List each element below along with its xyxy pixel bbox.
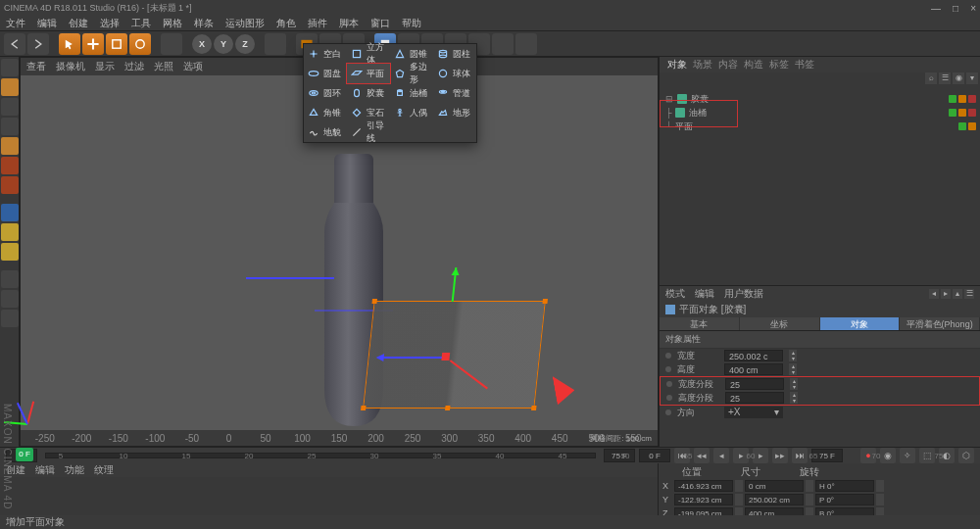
prim-pyramid[interactable]: 角锥: [304, 103, 347, 122]
attr-tab-phong[interactable]: 平滑着色(Phong): [900, 317, 980, 330]
om-eye-icon[interactable]: ◉: [953, 72, 964, 84]
right-panel-tabs: 对象 场景 内容 构造 标签 书签: [660, 57, 980, 72]
cur-frame[interactable]: 0 F: [639, 449, 670, 462]
center-handle[interactable]: [442, 353, 451, 361]
guide-line: [246, 277, 334, 279]
axis-mode[interactable]: [1, 204, 19, 221]
minimize-icon[interactable]: —: [931, 3, 941, 14]
y-axis-handle[interactable]: [452, 267, 458, 302]
prim-cube[interactable]: 立方体: [347, 44, 390, 64]
axis-plane-indicator: [553, 372, 577, 405]
prim-relief[interactable]: 地貌: [304, 122, 347, 142]
poly-mode[interactable]: [1, 176, 19, 194]
workplane-mode[interactable]: [1, 118, 19, 135]
z-axis-toggle[interactable]: Z: [235, 34, 255, 54]
mini-axis-gizmo: [26, 389, 62, 424]
prim-disc[interactable]: 圆盘: [304, 64, 347, 83]
menu-file[interactable]: 文件: [6, 17, 25, 30]
redo-button[interactable]: [27, 33, 49, 55]
texture-mode[interactable]: [1, 98, 19, 116]
attr-tab-coord[interactable]: 坐标: [740, 317, 820, 330]
attr-prev-icon[interactable]: ◂: [929, 289, 939, 299]
object-manager[interactable]: ⌕ ☰ ◉ ▾ ⊟胶囊 ├油桶 └平面: [660, 72, 980, 286]
prim-tube[interactable]: 管道: [433, 83, 476, 103]
svg-point-1: [136, 39, 144, 47]
soft-select[interactable]: [1, 270, 19, 288]
prim-cylinder[interactable]: 圆柱: [433, 44, 476, 64]
make-editable[interactable]: [1, 59, 19, 76]
viewport-solo[interactable]: [1, 310, 19, 327]
menu-script[interactable]: 脚本: [339, 17, 359, 30]
prev-key-icon[interactable]: ◂◂: [694, 448, 710, 463]
menu-tool[interactable]: 工具: [131, 17, 151, 30]
prim-capsule[interactable]: 胶囊: [347, 83, 390, 103]
prim-oiltank[interactable]: 油桶: [390, 83, 433, 103]
coord-system[interactable]: [265, 33, 286, 55]
goto-end-icon[interactable]: ⏭: [792, 448, 808, 463]
prim-sphere[interactable]: 球体: [433, 64, 476, 83]
menu-select[interactable]: 选择: [100, 17, 120, 30]
rotate-tool[interactable]: [129, 33, 151, 55]
menu-mesh[interactable]: 网格: [163, 17, 182, 30]
key-pos-icon[interactable]: ✧: [900, 448, 915, 463]
y-axis-toggle[interactable]: Y: [214, 34, 233, 54]
key-scale-icon[interactable]: ⬚: [919, 448, 935, 463]
end-frame[interactable]: 75 F: [604, 449, 635, 462]
tweak-mode[interactable]: [1, 290, 19, 308]
point-mode[interactable]: [1, 137, 19, 155]
menu-create[interactable]: 创建: [69, 17, 88, 30]
select-tool[interactable]: [59, 33, 80, 55]
key-param-icon[interactable]: ⬡: [958, 448, 974, 463]
prim-guide[interactable]: 引导线: [347, 122, 390, 142]
camera-menu[interactable]: [492, 33, 514, 55]
om-search-icon[interactable]: ⌕: [925, 72, 937, 84]
edge-mode[interactable]: [1, 157, 19, 174]
timeline-marker[interactable]: 0 F: [16, 448, 33, 461]
attr-up-icon[interactable]: ▴: [953, 289, 962, 299]
scale-tool[interactable]: [106, 33, 127, 55]
snap-toggle[interactable]: [1, 223, 19, 241]
light-menu[interactable]: [515, 33, 537, 55]
attr-next-icon[interactable]: ▸: [941, 289, 951, 299]
prim-landscape[interactable]: 地形: [433, 103, 476, 122]
field-width-seg: 宽度分段25▴▾: [661, 377, 979, 391]
prim-plane[interactable]: 平面: [347, 64, 390, 83]
attr-object-title: 平面对象 [胶囊]: [679, 303, 746, 316]
field-width: 宽度250.002 c▴▾: [660, 349, 980, 362]
x-axis-toggle[interactable]: X: [192, 34, 212, 54]
plane-object[interactable]: [363, 301, 546, 409]
close-icon[interactable]: ×: [970, 3, 976, 14]
attr-tab-object[interactable]: 对象: [820, 317, 901, 330]
model-mode[interactable]: [1, 78, 19, 96]
svg-point-18: [399, 109, 401, 111]
attr-tab-basic[interactable]: 基本: [660, 317, 740, 330]
svg-rect-6: [353, 50, 360, 57]
om-filter-icon[interactable]: ☰: [939, 72, 951, 84]
prim-torus[interactable]: 圆环: [304, 83, 347, 103]
recent-tool[interactable]: [161, 33, 182, 55]
prim-figure[interactable]: 人偶: [390, 103, 433, 122]
next-frame-icon[interactable]: ▸: [753, 448, 768, 463]
next-key-icon[interactable]: ▸▸: [772, 448, 788, 463]
menu-window[interactable]: 窗口: [370, 17, 390, 30]
menu-spline[interactable]: 样条: [194, 17, 214, 30]
prim-null[interactable]: 空白: [304, 44, 347, 64]
move-tool[interactable]: [82, 33, 104, 55]
snap-settings[interactable]: [1, 243, 19, 261]
x-axis-handle[interactable]: [377, 357, 446, 359]
maximize-icon[interactable]: □: [953, 3, 958, 14]
om-collapse-icon[interactable]: ▾: [966, 72, 978, 84]
menu-edit[interactable]: 编辑: [37, 17, 57, 30]
menu-mograph[interactable]: 运动图形: [225, 17, 265, 30]
prev-frame-icon[interactable]: ◂: [713, 448, 729, 463]
attr-menu-icon[interactable]: ☰: [964, 289, 974, 299]
prim-polygon[interactable]: 多边形: [390, 64, 433, 83]
autokey-icon[interactable]: ◉: [880, 448, 896, 463]
menu-plugin[interactable]: 插件: [308, 17, 327, 30]
range-slider[interactable]: [45, 453, 596, 458]
undo-button[interactable]: [4, 33, 25, 55]
menu-help[interactable]: 帮助: [402, 17, 421, 30]
menu-character[interactable]: 角色: [276, 17, 296, 30]
svg-point-8: [439, 55, 446, 57]
watermark: MAXON CINEMA 4D: [0, 400, 15, 513]
